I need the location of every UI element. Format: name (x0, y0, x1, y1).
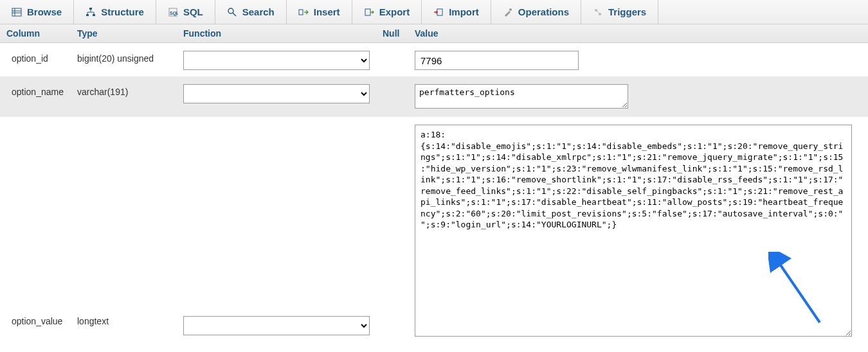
cell-column-type: varchar(191) (77, 83, 183, 97)
tab-label: Export (379, 6, 410, 17)
tab-label: Triggers (608, 6, 646, 17)
row-option-value: option_value longtext (0, 117, 868, 345)
value-input[interactable] (415, 51, 579, 70)
svg-rect-4 (89, 8, 92, 10)
function-select[interactable] (183, 316, 370, 335)
svg-rect-15 (299, 10, 303, 15)
insert-icon (298, 7, 309, 17)
svg-point-18 (509, 8, 512, 11)
cell-column-name: option_value (0, 123, 77, 326)
cell-column-type: longtext (77, 123, 183, 326)
sql-icon: SQL (168, 7, 178, 17)
tab-label: SQL (183, 6, 203, 17)
value-textarea[interactable] (415, 84, 628, 109)
row-option-name: option_name varchar(191) (0, 76, 868, 117)
tab-structure[interactable]: Structure (74, 0, 156, 24)
value-textarea[interactable] (415, 125, 852, 337)
cell-column-type: bigint(20) unsigned (77, 49, 183, 64)
tab-label: Search (242, 6, 275, 17)
tab-label: Insert (314, 6, 340, 17)
svg-rect-5 (86, 14, 89, 16)
top-tabs: Browse Structure SQL SQL Search Insert E… (0, 0, 868, 24)
tab-sql[interactable]: SQL SQL (156, 0, 215, 24)
function-select[interactable] (183, 84, 370, 103)
tab-search[interactable]: Search (215, 0, 287, 24)
cell-column-name: option_id (0, 49, 77, 64)
svg-text:SQL: SQL (170, 11, 178, 16)
svg-line-21 (597, 11, 599, 13)
column-headers: Column Type Function Null Value (0, 24, 868, 43)
tab-insert[interactable]: Insert (287, 0, 352, 24)
header-value: Value (415, 28, 868, 39)
operations-icon (503, 7, 513, 17)
header-function: Function (183, 28, 383, 39)
search-icon (227, 7, 237, 17)
import-icon (433, 7, 444, 17)
function-select[interactable] (183, 51, 370, 70)
tab-browse[interactable]: Browse (0, 0, 74, 24)
structure-icon (86, 7, 96, 17)
browse-icon (12, 7, 22, 17)
triggers-icon (593, 7, 603, 17)
svg-point-13 (228, 8, 233, 13)
header-type: Type (77, 28, 183, 39)
svg-rect-17 (437, 9, 442, 15)
tab-label: Structure (101, 6, 144, 17)
svg-rect-0 (12, 8, 21, 16)
tab-triggers[interactable]: Triggers (581, 0, 658, 24)
tab-label: Browse (27, 6, 62, 17)
header-column: Column (0, 28, 77, 39)
svg-rect-16 (365, 9, 370, 15)
tab-label: Operations (518, 6, 569, 17)
cell-column-name: option_name (0, 83, 77, 97)
svg-rect-6 (93, 14, 95, 16)
tab-operations[interactable]: Operations (491, 0, 581, 24)
tab-export[interactable]: Export (352, 0, 422, 24)
tab-label: Import (449, 6, 479, 17)
row-option-id: option_id bigint(20) unsigned (0, 43, 868, 76)
svg-line-14 (233, 13, 236, 16)
tab-import[interactable]: Import (422, 0, 491, 24)
export-icon (364, 7, 374, 17)
header-null: Null (383, 28, 415, 39)
